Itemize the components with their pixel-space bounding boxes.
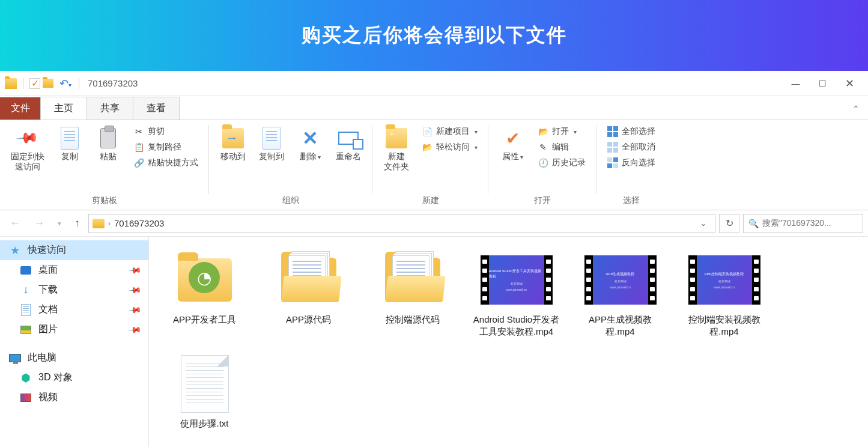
- check-icon: ✔: [506, 129, 520, 148]
- nav-recent-button[interactable]: ▾: [53, 217, 66, 230]
- refresh-button[interactable]: ↻: [719, 214, 739, 233]
- video-icon: [20, 394, 31, 402]
- open-button[interactable]: 📂打开▾: [535, 125, 588, 138]
- pasteshortcut-button[interactable]: 🔗粘贴快捷方式: [131, 156, 201, 169]
- selectall-button[interactable]: 全部选择: [605, 125, 658, 138]
- address-bar[interactable]: › 7016973203 ⌄: [88, 214, 715, 233]
- moveto-button[interactable]: → 移动到: [215, 124, 251, 164]
- desktop-icon: [20, 266, 31, 275]
- sidebar-item-documents[interactable]: 文档 📌: [0, 300, 148, 320]
- easyaccess-icon: 📂: [422, 142, 432, 153]
- easyaccess-button[interactable]: 📂轻松访问▾: [419, 141, 480, 154]
- window-title: 7016973203: [88, 78, 782, 88]
- history-button[interactable]: 🕘历史记录: [535, 156, 588, 169]
- folder-icon: [385, 258, 440, 302]
- ribbon-tabs: 文件 主页 共享 查看 ⌃: [0, 96, 868, 120]
- selectnone-button[interactable]: 全部取消: [605, 141, 658, 154]
- search-placeholder: 搜索"701697320...: [762, 218, 831, 229]
- sidebar-item-desktop[interactable]: 桌面 📌: [0, 260, 148, 280]
- pin-icon: 📌: [128, 323, 142, 336]
- file-item-txt[interactable]: 使用步骤.txt: [155, 350, 254, 433]
- qat-undo-icon[interactable]: ↶▾: [59, 77, 71, 90]
- ribbon-group-organize: → 移动到 复制到 ✕ 删除▾ 重命名 组织: [209, 120, 372, 210]
- tab-file[interactable]: 文件: [0, 97, 41, 120]
- qat-properties-icon[interactable]: ✓: [29, 78, 40, 89]
- x-icon: ✕: [302, 127, 318, 150]
- sidebar-item-pictures[interactable]: 图片 📌: [0, 320, 148, 339]
- delete-button[interactable]: ✕ 删除▾: [292, 124, 328, 164]
- edit-button[interactable]: ✎编辑: [535, 141, 588, 154]
- file-item-video[interactable]: Android Studio开发工具安装视频教程杜菲商城www.pinmall.…: [467, 246, 566, 342]
- search-icon: 🔍: [748, 219, 759, 228]
- newfolder-button[interactable]: 新建 文件夹: [378, 124, 414, 174]
- rename-icon: [338, 132, 359, 145]
- address-dropdown-icon[interactable]: ⌄: [696, 219, 711, 228]
- shortcut-icon: 🔗: [133, 157, 144, 168]
- sidebar-item-label: 图片: [38, 323, 58, 336]
- ribbon-group-open: ✔ 属性▾ 📂打开▾ ✎编辑 🕘历史记录 打开: [488, 120, 596, 210]
- sidebar-item-downloads[interactable]: ↓ 下载 📌: [0, 280, 148, 300]
- file-label: APP源代码: [286, 314, 331, 326]
- video-icon: Android Studio开发工具安装视频教程杜菲商城www.pinmall.…: [481, 255, 553, 305]
- window-titlebar: ✓ ↶▾ 7016973203 — ☐ ✕: [0, 71, 868, 96]
- tab-share[interactable]: 共享: [86, 97, 133, 120]
- maximize-button[interactable]: ☐: [809, 74, 836, 93]
- pin-icon: 📌: [128, 283, 142, 297]
- open-icon: 📂: [538, 126, 548, 137]
- sidebar-item-label: 视频: [38, 391, 58, 404]
- copy-button[interactable]: 复制: [52, 124, 88, 164]
- copyto-icon: [263, 127, 281, 150]
- navigation-bar: ← → ▾ ↑ › 7016973203 ⌄ ↻ 🔍 搜索"701697320.…: [0, 210, 868, 237]
- file-item-video[interactable]: APP控制端安装视频教程杜菲商城www.pinmall.cn 控制端安装视频教程…: [675, 246, 774, 342]
- minimize-button[interactable]: —: [782, 74, 809, 93]
- file-list: ◔ APP开发者工具 APP源代码 控制端源代码 Android Studio开…: [149, 237, 868, 447]
- ribbon-collapse-icon[interactable]: ⌃: [844, 98, 868, 120]
- copypath-button[interactable]: 📋复制路径: [131, 141, 201, 154]
- folder-icon: ◔: [178, 258, 232, 302]
- separator: [79, 78, 79, 89]
- scissors-icon: ✂: [133, 126, 144, 137]
- search-input[interactable]: 🔍 搜索"701697320...: [743, 214, 863, 233]
- sidebar-item-thispc[interactable]: 此电脑: [0, 348, 148, 368]
- properties-button[interactable]: ✔ 属性▾: [494, 124, 530, 164]
- file-item-video[interactable]: APP生成视频教程杜菲商城www.pinmall.cn APP生成视频教程.mp…: [571, 246, 670, 342]
- pin-quickaccess-button[interactable]: 📌 固定到快 速访问: [6, 124, 49, 174]
- sidebar-item-label: 快速访问: [28, 244, 66, 257]
- sidebar-item-videos[interactable]: 视频: [0, 388, 148, 407]
- close-button[interactable]: ✕: [836, 74, 863, 93]
- invertselect-button[interactable]: 反向选择: [605, 156, 658, 169]
- qat-newfolder-icon[interactable]: [43, 79, 53, 88]
- file-item-folder[interactable]: ◔ APP开发者工具: [155, 246, 254, 329]
- history-icon: 🕘: [538, 157, 548, 168]
- file-item-folder[interactable]: 控制端源代码: [363, 246, 462, 329]
- cut-button[interactable]: ✂剪切: [131, 125, 201, 138]
- file-item-folder[interactable]: APP源代码: [259, 246, 358, 329]
- tab-home[interactable]: 主页: [40, 97, 87, 120]
- ribbon: 📌 固定到快 速访问 复制 粘贴 ✂剪切 📋复制路径 🔗粘贴快捷方式 剪贴板 →: [0, 120, 868, 210]
- selectnone-icon: [607, 142, 618, 153]
- file-label: Android Studio开发者工具安装教程.mp4: [470, 314, 562, 338]
- sidebar-item-quickaccess[interactable]: ★ 快速访问: [0, 240, 148, 260]
- paste-button[interactable]: 粘贴: [90, 124, 126, 164]
- address-path: 7016973203: [114, 218, 164, 228]
- edit-icon: ✎: [538, 142, 548, 153]
- group-label: 剪贴板: [92, 193, 117, 208]
- android-icon: ◔: [189, 262, 220, 293]
- newitem-icon: 📄: [422, 126, 432, 137]
- content-area: ★ 快速访问 桌面 📌 ↓ 下载 📌 文档 📌 图片 📌 此电脑: [0, 237, 868, 447]
- nav-forward-button[interactable]: →: [29, 214, 49, 232]
- sidebar-item-label: 此电脑: [28, 351, 56, 364]
- newitem-button[interactable]: 📄新建项目▾: [419, 125, 480, 138]
- nav-back-button[interactable]: ←: [5, 214, 25, 232]
- banner-text: 购买之后你将会得到以下文件: [302, 22, 567, 49]
- sidebar-item-3dobjects[interactable]: ⬢ 3D 对象: [0, 368, 148, 388]
- picture-icon: [20, 326, 31, 334]
- rename-button[interactable]: 重命名: [330, 124, 366, 164]
- nav-up-button[interactable]: ↑: [70, 214, 85, 232]
- tab-view[interactable]: 查看: [133, 97, 180, 120]
- copyto-button[interactable]: 复制到: [253, 124, 290, 164]
- video-icon: APP生成视频教程杜菲商城www.pinmall.cn: [584, 255, 657, 305]
- video-icon: APP控制端安装视频教程杜菲商城www.pinmall.cn: [688, 255, 760, 305]
- pin-icon: 📌: [16, 126, 40, 151]
- sidebar-item-label: 下载: [38, 284, 58, 296]
